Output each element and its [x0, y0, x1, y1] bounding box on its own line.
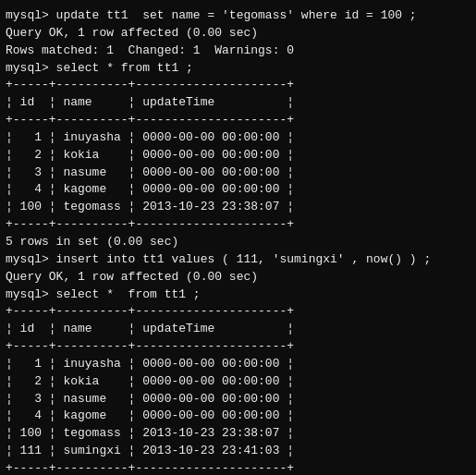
terminal-line-l26: ¦ 3 ¦ nasume ¦ 0000-00-00 00:00:00 ¦ [6, 391, 470, 408]
terminal-line-l11: ¦ 3 ¦ nasume ¦ 0000-00-00 00:00:00 ¦ [6, 164, 470, 182]
terminal-line-l2: Query OK, 1 row affected (0.00 sec) [6, 25, 470, 43]
terminal-line-l21: +-----+----------+---------------------+ [6, 303, 470, 321]
terminal-line-l9: ¦ 1 ¦ inuyasha ¦ 0000-00-00 00:00:00 ¦ [6, 129, 470, 147]
terminal-line-l13: ¦ 100 ¦ tegomass ¦ 2013-10-23 23:38:07 ¦ [6, 199, 470, 216]
terminal-line-l25: ¦ 2 ¦ kokia ¦ 0000-00-00 00:00:00 ¦ [6, 373, 470, 391]
terminal-line-l29: ¦ 111 ¦ sumingxi ¦ 2013-10-23 23:41:03 ¦ [6, 443, 470, 460]
terminal-line-l12: ¦ 4 ¦ kagome ¦ 0000-00-00 00:00:00 ¦ [6, 181, 470, 199]
terminal-line-l5: mysql> select * from tt1 ; [6, 60, 470, 78]
terminal-line-l15: 5 rows in set (0.00 sec) [6, 234, 470, 251]
terminal-line-l22: ¦ id ¦ name ¦ updateTime ¦ [6, 321, 470, 338]
terminal-line-l23: +-----+----------+---------------------+ [6, 338, 470, 356]
terminal-line-l8: +-----+----------+---------------------+ [6, 112, 470, 129]
terminal-window: mysql> update tt1 set name = 'tegomass' … [0, 0, 476, 475]
terminal-line-l7: ¦ id ¦ name ¦ updateTime ¦ [6, 94, 470, 112]
terminal-line-l1: mysql> update tt1 set name = 'tegomass' … [6, 7, 470, 25]
terminal-line-l27: ¦ 4 ¦ kagome ¦ 0000-00-00 00:00:00 ¦ [6, 408, 470, 425]
terminal-line-l28: ¦ 100 ¦ tegomass ¦ 2013-10-23 23:38:07 ¦ [6, 425, 470, 443]
terminal-line-l14: +-----+----------+---------------------+ [6, 216, 470, 234]
terminal-line-l24: ¦ 1 ¦ inuyasha ¦ 0000-00-00 00:00:00 ¦ [6, 356, 470, 373]
terminal-line-l6: +-----+----------+---------------------+ [6, 77, 470, 94]
terminal-line-l10: ¦ 2 ¦ kokia ¦ 0000-00-00 00:00:00 ¦ [6, 147, 470, 164]
terminal-line-l17: mysql> insert into tt1 values ( 111, 'su… [6, 251, 470, 269]
terminal-line-l3: Rows matched: 1 Changed: 1 Warnings: 0 [6, 43, 470, 60]
terminal-content: mysql> update tt1 set name = 'tegomass' … [6, 7, 470, 475]
terminal-line-l30: +-----+----------+---------------------+ [6, 460, 470, 475]
terminal-line-l20: mysql> select * from tt1 ; [6, 286, 470, 304]
terminal-line-l18: Query OK, 1 row affected (0.00 sec) [6, 269, 470, 286]
